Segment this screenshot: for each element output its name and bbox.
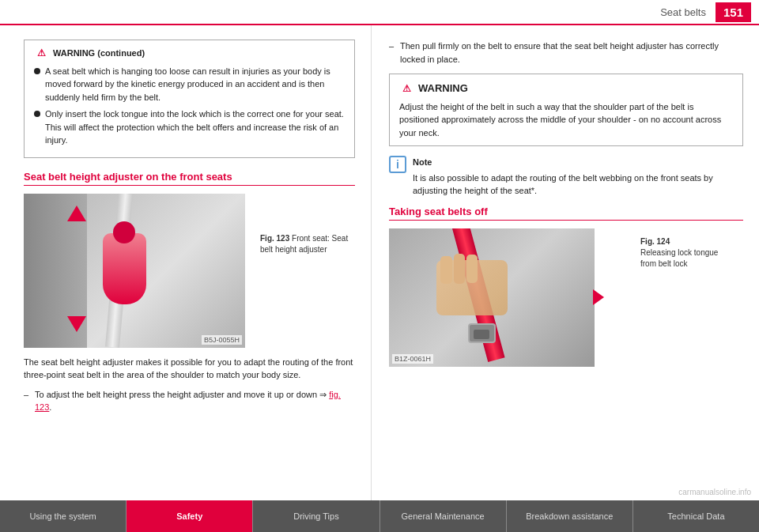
right-column: – Then pull firmly on the belt to ensure… (372, 25, 759, 500)
figure-123-image: B5J-0055H (24, 194, 245, 348)
step-adjust-belt: – To adjust the belt height press the he… (24, 388, 355, 414)
main-content: ⚠ WARNING (continued) A seat belt which … (0, 25, 759, 500)
figure-124-code: B1Z-0061H (392, 354, 433, 364)
section-heading-belt-adjuster: Seat belt height adjuster on the front s… (24, 171, 355, 186)
page-title: Seat belts (660, 6, 706, 18)
figure-124-area: B1Z-0061H Fig. 124 Releasing lock tongue… (389, 228, 743, 369)
nav-item-technical-data[interactable]: Technical Data (633, 500, 759, 532)
footer-navigation: Using the system Safety Driving Tips Gen… (0, 500, 759, 532)
figure-124-image: B1Z-0061H (389, 228, 595, 367)
nav-item-breakdown-assistance[interactable]: Breakdown assistance (507, 500, 633, 532)
warning-box-shoulder: ⚠ WARNING Adjust the height of the belt … (389, 74, 743, 146)
page-number: 151 (716, 2, 751, 22)
figure-124-caption: Fig. 124 Releasing lock tongue from belt… (640, 236, 735, 270)
warning-continued-box: ⚠ WARNING (continued) A seat belt which … (24, 40, 355, 158)
belt-adjuster-description: The seat belt height adjuster makes it p… (24, 356, 355, 382)
note-box: i Note It is also possible to adapt the … (389, 156, 743, 198)
warning-continued-title: ⚠ WARNING (continued) (34, 47, 345, 60)
note-info-icon: i (389, 156, 406, 173)
warning-bullet-1: A seat belt which is hanging too loose c… (34, 65, 345, 104)
step-text: To adjust the belt height press the heig… (35, 388, 355, 414)
warning-triangle-icon: ⚠ (34, 47, 48, 59)
bullet-dot-icon (34, 68, 40, 74)
section-heading-taking-off: Taking seat belts off (389, 206, 743, 221)
fig-123-ref[interactable]: fig. 123 (35, 390, 341, 413)
nav-item-driving-tips[interactable]: Driving Tips (253, 500, 380, 532)
warning-bullet-2: Only insert the lock tongue into the loc… (34, 108, 345, 147)
warning-shoulder-title: ⚠ WARNING (399, 81, 733, 96)
nav-item-general-maintenance[interactable]: General Maintenance (380, 500, 507, 532)
figure-123-code: B5J-0055H (202, 335, 242, 345)
nav-item-using-system[interactable]: Using the system (0, 500, 126, 532)
warning-triangle-icon-2: ⚠ (399, 82, 413, 95)
page-header: Seat belts 151 (0, 0, 759, 25)
figure-124-next-arrow (593, 289, 604, 305)
figure-123-area: B5J-0055H Fig. 123 Front seat: Seat belt… (24, 194, 355, 348)
left-column: ⚠ WARNING (continued) A seat belt which … (0, 25, 372, 500)
bullet-dot-icon (34, 111, 40, 117)
note-content: Note It is also possible to adapt the ro… (413, 156, 743, 198)
figure-123-caption: Fig. 123 Front seat: Seat belt height ad… (260, 233, 355, 255)
nav-item-safety[interactable]: Safety (126, 500, 253, 532)
step-pull-belt: – Then pull firmly on the belt to ensure… (389, 40, 743, 66)
watermark: carmanualsoline.info (678, 488, 751, 496)
